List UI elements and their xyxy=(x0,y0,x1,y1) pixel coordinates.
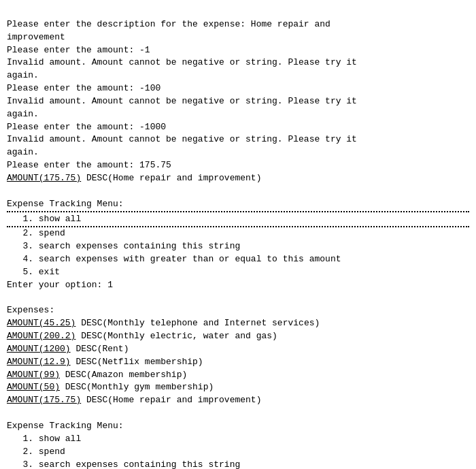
terminal-line: Invalid amount. Amount cannot be negativ… xyxy=(7,56,469,69)
terminal-line: 3. search expenses containing this strin… xyxy=(7,240,469,253)
terminal-line: Enter your option: 1 xyxy=(7,279,469,292)
terminal-output: Please enter the description for the exp… xyxy=(7,5,469,469)
desc-text: DESC(Home repair and improvement) xyxy=(81,395,261,405)
terminal-line: Please enter the amount: 175.75 xyxy=(7,159,469,172)
terminal-line: 2. spend xyxy=(7,227,469,240)
terminal-line: again. xyxy=(7,69,469,82)
terminal-line: Please enter the description for the exp… xyxy=(7,18,469,31)
expense-line: AMOUNT(1200) DESC(Rent) xyxy=(7,343,469,356)
expense-line: AMOUNT(99) DESC(Amazon membership) xyxy=(7,369,469,382)
terminal-line: 5. exit xyxy=(7,266,469,279)
desc-text: DESC(Home repair and improvement) xyxy=(81,173,261,183)
desc-text: DESC(Netflix membership) xyxy=(71,357,203,367)
amount-text: AMOUNT(99) xyxy=(7,370,60,380)
terminal-line: Please enter the amount: -1000 xyxy=(7,121,469,134)
terminal-line: 4. search expenses with greater than or … xyxy=(7,253,469,266)
amount-text: AMOUNT(175.75) xyxy=(7,395,81,405)
blank-line xyxy=(7,292,469,305)
amount-text: AMOUNT(50) xyxy=(7,382,60,392)
expense-line: AMOUNT(175.75) DESC(Home repair and impr… xyxy=(7,394,469,407)
terminal-line: Expense Tracking Menu: xyxy=(7,198,469,211)
terminal-line: 3. search expenses containing this strin… xyxy=(7,459,469,469)
desc-text: DESC(Rent) xyxy=(71,344,129,354)
menu-item-line: 1. show all xyxy=(7,213,469,226)
terminal-line: Please enter the amount: -1 xyxy=(7,44,469,57)
desc-text: DESC(Monthly electric, water and gas) xyxy=(75,331,277,341)
terminal-line: Expenses: xyxy=(7,304,469,317)
amount-text: AMOUNT(45.25) xyxy=(7,318,75,328)
blank-line xyxy=(7,185,469,198)
desc-text: DESC(Monthly telephone and Internet serv… xyxy=(75,318,320,328)
terminal-line: improvement xyxy=(7,31,469,44)
expense-line: AMOUNT(45.25) DESC(Monthly telephone and… xyxy=(7,317,469,330)
expense-line: AMOUNT(50) DESC(Monthly gym membership) xyxy=(7,381,469,394)
terminal-line: Please enter the amount: -100 xyxy=(7,82,469,95)
terminal-line: 2. spend xyxy=(7,446,469,459)
expense-line: AMOUNT(175.75) DESC(Home repair and impr… xyxy=(7,172,469,185)
dotted-menu-section: 1. show all xyxy=(7,211,469,228)
desc-text: DESC(Amazon membership) xyxy=(60,370,187,380)
terminal-line: again. xyxy=(7,146,469,159)
expense-line: AMOUNT(12.9) DESC(Netflix membership) xyxy=(7,356,469,369)
desc-text: DESC(Monthly gym membership) xyxy=(60,382,214,392)
amount-text: AMOUNT(12.9) xyxy=(7,357,71,367)
amount-text: AMOUNT(200.2) xyxy=(7,331,75,341)
blank-line xyxy=(7,407,469,420)
terminal-line: 1. show all xyxy=(7,433,469,446)
terminal-line: again. xyxy=(7,108,469,121)
expense-line: AMOUNT(200.2) DESC(Monthly electric, wat… xyxy=(7,330,469,343)
terminal-line: Invalid amount. Amount cannot be negativ… xyxy=(7,133,469,146)
amount-text: AMOUNT(1200) xyxy=(7,344,71,354)
terminal-line: Expense Tracking Menu: xyxy=(7,420,469,433)
terminal-line: Invalid amount. Amount cannot be negativ… xyxy=(7,95,469,108)
amount-text: AMOUNT(175.75) xyxy=(7,173,81,183)
